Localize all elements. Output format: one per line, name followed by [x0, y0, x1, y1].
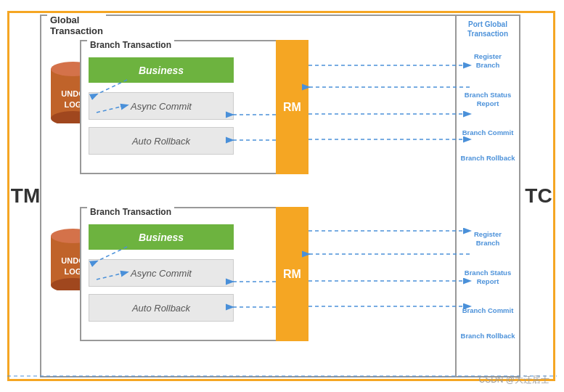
rm-box-2: RM: [276, 207, 308, 341]
register-branch-label-2: RegisterBranch: [457, 230, 519, 248]
branch-transaction-2: Branch Transaction Business Async Commit…: [80, 207, 290, 341]
business-box-2: Business: [89, 224, 234, 250]
branch-status-report-label-1: Branch StatusReport: [457, 91, 519, 109]
branch-transaction-2-label: Branch Transaction: [87, 207, 174, 217]
global-transaction-label: GlobalTransaction: [47, 15, 106, 36]
port-global-label: Port GlobalTransaction: [467, 20, 508, 38]
business-box-1: Business: [89, 57, 234, 83]
async-commit-label-1: Async Commit: [131, 101, 192, 112]
auto-rollback-label-2: Auto Rollback: [132, 303, 190, 314]
branch-commit-label-2: Branch Commit: [457, 306, 519, 315]
svg-text:LOG: LOG: [65, 100, 82, 109]
tc-box: Port GlobalTransaction RegisterBranch Br…: [455, 15, 520, 377]
business-label-1: Business: [139, 65, 184, 76]
branch-status-report-label-2: Branch StatusReport: [457, 269, 519, 287]
branch-transaction-1-label: Branch Transaction: [87, 40, 174, 50]
tc-label: TC: [520, 11, 557, 381]
async-commit-box-2: Async Commit: [89, 259, 234, 287]
register-branch-label-1: RegisterBranch: [457, 52, 519, 70]
rm-label-2: RM: [283, 268, 301, 281]
svg-text:LOG: LOG: [65, 267, 82, 276]
branch-commit-label-1: Branch Commit: [457, 128, 519, 137]
async-commit-box-1: Async Commit: [89, 92, 234, 120]
main-container: TM TC GlobalTransaction Port GlobalTrans…: [0, 0, 564, 392]
rm-box-1: RM: [276, 40, 308, 174]
branch-rollback-label-2: Branch Rollback: [457, 332, 519, 340]
branch-rollback-label-1: Branch Rollback: [457, 154, 519, 163]
async-commit-label-2: Async Commit: [131, 268, 192, 279]
auto-rollback-label-1: Auto Rollback: [132, 136, 190, 147]
auto-rollback-box-2: Auto Rollback: [89, 294, 234, 322]
tm-label: TM: [7, 11, 44, 381]
business-label-2: Business: [139, 232, 184, 243]
auto-rollback-box-1: Auto Rollback: [89, 127, 234, 155]
rm-label-1: RM: [283, 101, 301, 114]
branch-transaction-1: Branch Transaction Business Async Commit…: [80, 40, 290, 174]
